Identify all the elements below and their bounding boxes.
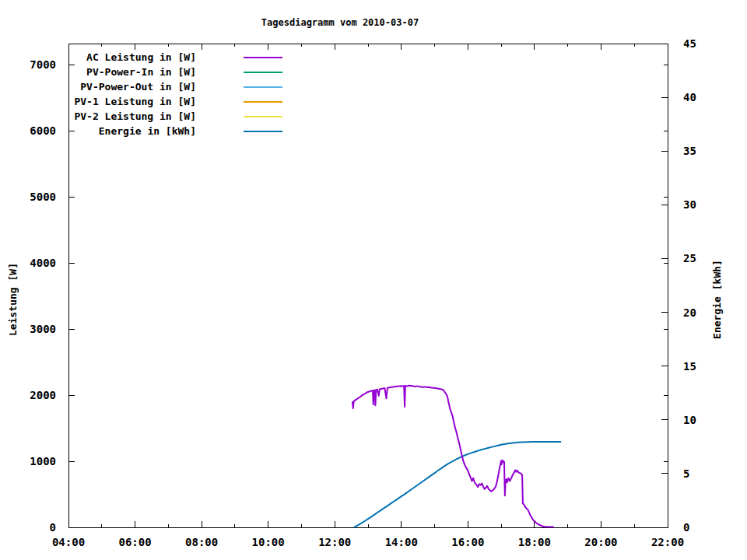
legend-label: Energie in [kWh] xyxy=(99,125,196,137)
x-tick-label: 04:00 xyxy=(52,536,85,548)
x-tick-label: 20:00 xyxy=(584,536,617,548)
x-tick-label: 06:00 xyxy=(118,536,151,548)
y-left-tick-label: 4000 xyxy=(30,257,56,269)
x-tick-label: 10:00 xyxy=(252,536,285,548)
y-right-tick-label: 30 xyxy=(683,198,696,211)
y-right-tick-label: 10 xyxy=(683,414,696,426)
y-left-tick-label: 6000 xyxy=(30,124,56,137)
y-left-tick-label: 5000 xyxy=(30,191,56,203)
legend-label: PV-2 Leistung in [W] xyxy=(74,110,196,122)
x-tick-label: 12:00 xyxy=(318,536,351,548)
tagesdiagramm-chart-page: Tagesdiagramm vom 2010-03-07 Leistung [W… xyxy=(0,0,747,560)
y-right-tick-label: 20 xyxy=(683,306,696,319)
plot-area: 04:0006:0008:0010:0012:0014:0016:0018:00… xyxy=(0,0,747,560)
y-left-tick-label: 3000 xyxy=(30,323,56,335)
legend-label: AC Leistung in [W] xyxy=(86,51,196,63)
legend-label: PV-1 Leistung in [W] xyxy=(74,96,196,107)
y-right-tick-label: 5 xyxy=(683,467,689,480)
legend-label: PV-Power-In in [W] xyxy=(86,66,196,78)
y-left-tick-label: 2000 xyxy=(30,389,56,401)
y-right-tick-label: 40 xyxy=(683,91,696,103)
x-tick-label: 14:00 xyxy=(385,536,418,548)
y-right-tick-label: 0 xyxy=(683,521,689,534)
y-right-tick-label: 15 xyxy=(683,360,696,373)
legend-label: PV-Power-Out in [W] xyxy=(80,81,196,93)
y-left-tick-label: 1000 xyxy=(30,455,56,467)
x-tick-label: 16:00 xyxy=(451,536,484,548)
x-tick-label: 18:00 xyxy=(518,536,551,548)
x-tick-label: 08:00 xyxy=(185,536,218,548)
y-right-tick-label: 35 xyxy=(683,145,696,157)
y-right-tick-label: 45 xyxy=(683,37,696,50)
y-left-tick-label: 7000 xyxy=(30,58,56,71)
series-line-ac-leistung-in-w xyxy=(352,386,554,527)
y-right-tick-label: 25 xyxy=(683,252,696,264)
x-tick-label: 22:00 xyxy=(651,536,684,548)
y-left-tick-label: 0 xyxy=(50,521,56,534)
